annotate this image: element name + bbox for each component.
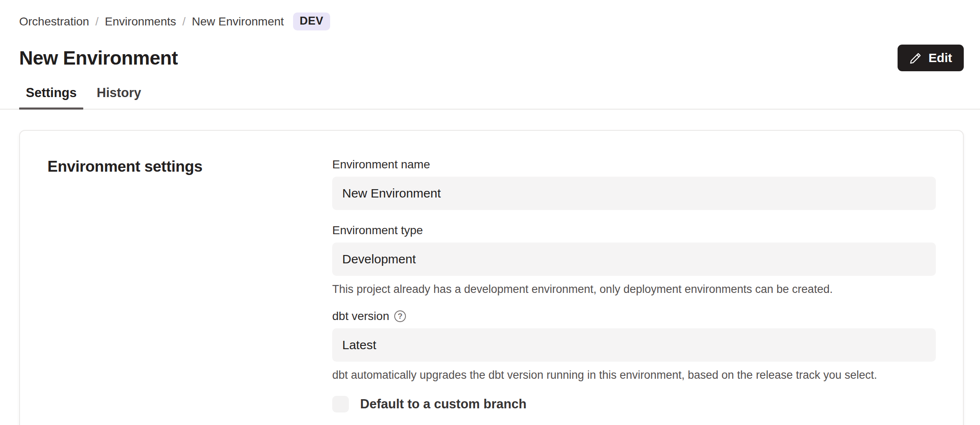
environment-name-field: Environment name — [332, 158, 936, 210]
dbt-version-label-row: dbt version ? — [332, 310, 936, 323]
custom-branch-label: Default to a custom branch — [360, 397, 527, 412]
breadcrumb: Orchestration / Environments / New Envir… — [19, 0, 964, 30]
environment-type-label: Environment type — [332, 224, 936, 237]
environment-type-input — [332, 242, 936, 276]
edit-button-label: Edit — [928, 51, 952, 65]
breadcrumb-orchestration[interactable]: Orchestration — [19, 15, 89, 28]
environment-settings-form: Environment name Environment type This p… — [332, 158, 936, 412]
help-icon[interactable]: ? — [394, 310, 406, 322]
breadcrumb-separator: / — [95, 15, 99, 28]
tab-bar: Settings History — [0, 75, 980, 110]
tab-settings[interactable]: Settings — [19, 75, 83, 109]
page-title: New Environment — [19, 47, 178, 69]
breadcrumb-separator: / — [182, 15, 186, 28]
breadcrumb-environments[interactable]: Environments — [105, 15, 176, 28]
environment-type-helper-text: This project already has a development e… — [332, 282, 936, 296]
tab-history[interactable]: History — [90, 75, 148, 109]
settings-content: Environment settings Environment name En… — [0, 130, 980, 425]
breadcrumb-current-page: New Environment — [192, 15, 284, 28]
dbt-version-field: dbt version ? dbt automatically upgrades… — [332, 310, 936, 382]
environment-type-field: Environment type This project already ha… — [332, 224, 936, 296]
environment-settings-card: Environment settings Environment name En… — [19, 130, 964, 425]
dbt-version-label: dbt version — [332, 310, 389, 323]
environment-dev-badge: DEV — [293, 12, 330, 30]
edit-button[interactable]: Edit — [898, 45, 964, 71]
title-row: New Environment Edit — [19, 45, 964, 71]
pencil-icon — [909, 52, 922, 65]
dbt-version-helper-text: dbt automatically upgrades the dbt versi… — [332, 368, 936, 382]
dbt-version-input — [332, 328, 936, 362]
card-heading: Environment settings — [47, 158, 202, 412]
environment-name-label: Environment name — [332, 158, 936, 171]
custom-branch-row: Default to a custom branch — [332, 396, 936, 412]
environment-name-input — [332, 177, 936, 210]
custom-branch-checkbox — [332, 396, 349, 412]
page-header-section: Orchestration / Environments / New Envir… — [0, 0, 980, 71]
